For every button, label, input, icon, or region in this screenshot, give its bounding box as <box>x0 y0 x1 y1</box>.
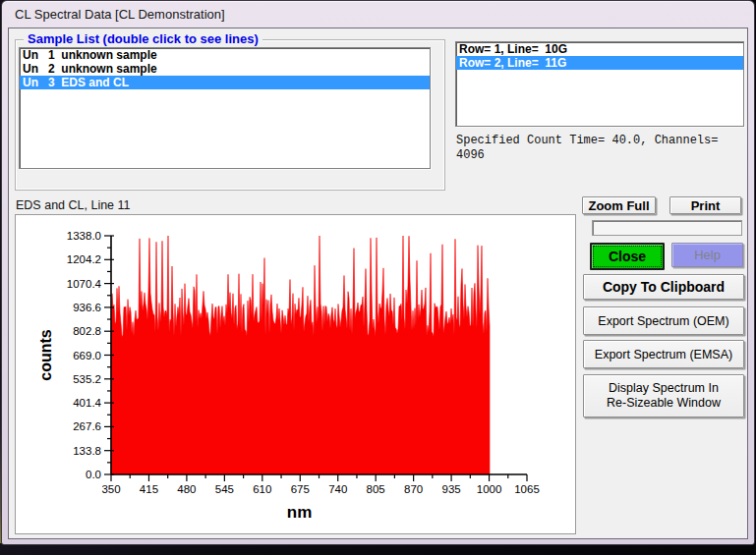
sample-list-label: Sample List (double click to see lines) <box>24 31 262 46</box>
y-tick-label: 401.4 <box>73 397 101 409</box>
export-spectrum-oem-button[interactable]: Export Spectrum (OEM) <box>583 306 744 335</box>
progress-bar <box>592 220 742 236</box>
y-tick-label: 802.8 <box>73 325 101 337</box>
y-tick-label: 0.0 <box>86 469 101 480</box>
help-button[interactable]: Help <box>671 243 743 267</box>
y-tick-label: 1338.0 <box>67 230 101 242</box>
x-tick-label: 350 <box>101 483 120 495</box>
line-list-row[interactable]: Row= 1, Line= 10G <box>456 42 743 56</box>
x-tick-label: 935 <box>441 483 460 495</box>
y-tick-label: 1070.4 <box>67 278 102 290</box>
display-resizeable-button[interactable]: Display Spectrum In Re-Sizeable Window <box>583 374 744 417</box>
count-time-text: Specified Count Time= 40.0, Channels= 40… <box>456 134 747 163</box>
x-tick-label: 805 <box>367 483 385 495</box>
title-bar[interactable]: CL Spectral Data [CL Demonstration] <box>2 1 754 28</box>
line-list-row[interactable]: Row= 2, Line= 11G <box>456 56 743 70</box>
sample-list-row[interactable]: Un 3 EDS and CL <box>20 76 430 89</box>
zoom-full-button[interactable]: Zoom Full <box>582 196 656 214</box>
sample-list-row[interactable]: Un 1 unknown sample <box>20 48 430 62</box>
y-tick-label: 669.0 <box>73 350 101 361</box>
x-tick-label: 675 <box>291 483 310 495</box>
x-tick-label: 1065 <box>514 483 540 495</box>
x-tick-label: 545 <box>215 483 234 495</box>
spectrum-svg[interactable]: 350415480545610675740805870935100010650.… <box>16 215 575 533</box>
sample-list-row[interactable]: Un 2 unknown sample <box>20 62 430 76</box>
export-spectrum-emsa-button[interactable]: Export Spectrum (EMSA) <box>583 340 744 368</box>
spectrum-title: EDS and CL, Line 11 <box>16 198 131 212</box>
x-tick-label: 870 <box>404 483 423 495</box>
print-button[interactable]: Print <box>669 196 741 214</box>
client-area: Sample List (double click to see lines) … <box>8 28 748 539</box>
x-tick-label: 480 <box>177 483 196 495</box>
y-tick-label: 1204.2 <box>67 253 101 265</box>
y-tick-label: 267.6 <box>73 420 101 432</box>
sample-listbox[interactable]: Un 1 unknown sample Un 2 unknown sample … <box>19 47 431 169</box>
spectrum-series <box>111 236 490 474</box>
y-tick-label: 936.6 <box>73 302 101 313</box>
close-button[interactable]: Close <box>590 243 665 270</box>
app-window: CL Spectral Data [CL Demonstration] Samp… <box>1 0 755 545</box>
line-listbox[interactable]: Row= 1, Line= 10G Row= 2, Line= 11G <box>455 41 744 127</box>
desktop-background: CL Spectral Data [CL Demonstration] Samp… <box>0 0 756 555</box>
window-title: CL Spectral Data [CL Demonstration] <box>15 7 225 22</box>
y-tick-label: 133.8 <box>73 445 101 457</box>
y-axis-label: counts <box>37 329 54 381</box>
y-tick-label: 535.2 <box>73 373 101 385</box>
x-axis-label: nm <box>287 503 313 522</box>
x-tick-label: 740 <box>328 483 347 495</box>
x-tick-label: 415 <box>140 483 158 495</box>
copy-to-clipboard-button[interactable]: Copy To Clipboard <box>583 274 744 300</box>
x-tick-label: 610 <box>253 483 271 495</box>
x-tick-label: 1000 <box>477 483 502 495</box>
spectrum-chart-box: 350415480545610675740805870935100010650.… <box>15 214 576 534</box>
